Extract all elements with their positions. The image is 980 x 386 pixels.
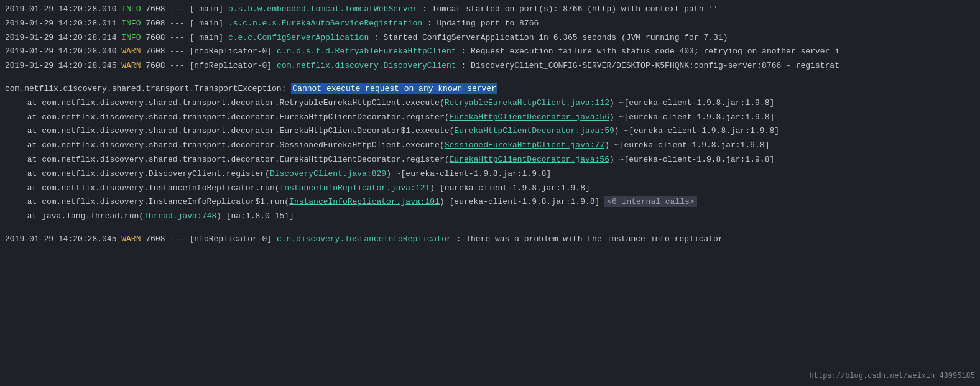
dashes-2: ---	[170, 19, 184, 28]
class-5: com.netflix.discovery.DiscoveryClient	[277, 61, 456, 70]
stack-link-3[interactable]: EurekaHttpClientDecorator.java:59	[454, 126, 614, 136]
stack-line-1: at com.netflix.discovery.shared.transpor…	[0, 96, 980, 111]
thread-3: [ main]	[190, 33, 224, 42]
stack-link-7[interactable]: InstanceInfoReplicator.java:121	[279, 183, 430, 193]
stack-text-3: at com.netflix.discovery.shared.transpor…	[27, 126, 455, 136]
pid-5: 7608	[146, 61, 165, 70]
msg-last: : There was a problem with the instance …	[456, 234, 723, 244]
stack-link-6[interactable]: DiscoveryClient.java:829	[270, 169, 386, 178]
stack-text-7: at com.netflix.discovery.InstanceInfoRep…	[27, 183, 280, 193]
thread-1: [ main]	[190, 4, 224, 14]
stack-text-5: at com.netflix.discovery.shared.transpor…	[27, 155, 450, 164]
class-3: c.e.c.ConfigServerApplication	[228, 33, 369, 42]
stack-link-9[interactable]: Thread.java:748	[144, 211, 216, 221]
stack-link-5[interactable]: EurekaHttpClientDecorator.java:56	[450, 155, 609, 164]
stack-text-1: at com.netflix.discovery.shared.transpor…	[27, 98, 445, 108]
log-line-last: 2019-01-29 14:20:28.045 WARN 7608 --- [n…	[0, 232, 980, 247]
blank-2	[0, 224, 980, 232]
stack-suffix-5: ) ~[eureka-client-1.9.8.jar:1.9.8]	[609, 155, 774, 164]
stack-line-7: at com.netflix.discovery.InstanceInfoRep…	[0, 182, 980, 196]
pid-4: 7608	[146, 47, 165, 56]
msg-3: : Started ConfigServerApplication in 6.3…	[374, 33, 728, 42]
msg-2: : Updating port to 8766	[427, 19, 539, 28]
level-4: WARN	[121, 47, 141, 56]
stack-suffix-4: ) ~[eureka-client-1.9.8.jar:1.9.8]	[604, 140, 769, 150]
dashes-5: ---	[170, 61, 184, 70]
log-line-2: 2019-01-29 14:20:28.011 INFO 7608 --- [ …	[0, 17, 980, 31]
internal-calls-badge: <6 internal calls>	[604, 196, 696, 207]
log-line-5: 2019-01-29 14:20:28.045 WARN 7608 --- [n…	[0, 59, 980, 73]
log-line-1: 2019-01-29 14:20:28.010 INFO 7608 --- [ …	[0, 2, 980, 17]
stack-suffix-3: ) ~[eureka-client-1.9.8.jar:1.9.8]	[614, 126, 779, 136]
pid-1: 7608	[146, 4, 165, 14]
stack-line-2: at com.netflix.discovery.shared.transpor…	[0, 111, 980, 125]
stack-link-8[interactable]: InstanceInfoReplicator.java:101	[289, 197, 440, 206]
stack-suffix-1: ) ~[eureka-client-1.9.8.jar:1.9.8]	[609, 98, 774, 108]
dashes-3: ---	[170, 33, 184, 42]
thread-last: [nfoReplicator-0]	[190, 234, 272, 244]
level-last: WARN	[121, 234, 141, 244]
pid-2: 7608	[146, 19, 165, 28]
level-2: INFO	[121, 19, 141, 28]
stack-line-8: at com.netflix.discovery.InstanceInfoRep…	[0, 195, 980, 209]
ts-3: 2019-01-29 14:20:28.014	[5, 33, 116, 42]
ts-4: 2019-01-29 14:20:28.040	[5, 47, 116, 56]
level-5: WARN	[121, 61, 141, 70]
class-2: .s.c.n.e.s.EurekaAutoServiceRegistration	[228, 19, 422, 28]
exception-highlighted: Cannot execute request on any known serv…	[291, 83, 497, 94]
msg-1: : Tomcat started on port(s): 8766 (http)…	[422, 4, 718, 14]
ts-5: 2019-01-29 14:20:28.045	[5, 61, 116, 70]
stack-line-4: at com.netflix.discovery.shared.transpor…	[0, 139, 980, 153]
ts-1: 2019-01-29 14:20:28.010	[5, 4, 116, 14]
stack-text-9: at java.lang.Thread.run(	[27, 211, 144, 221]
thread-2: [ main]	[190, 19, 224, 28]
class-last: c.n.discovery.InstanceInfoReplicator	[277, 234, 451, 244]
ts-2: 2019-01-29 14:20:28.011	[5, 19, 116, 28]
pid-last: 7608	[146, 234, 165, 244]
stack-text-6: at com.netflix.discovery.DiscoveryClient…	[27, 169, 270, 178]
log-line-3: 2019-01-29 14:20:28.014 INFO 7608 --- [ …	[0, 31, 980, 45]
log-container: 2019-01-29 14:20:28.010 INFO 7608 --- [ …	[0, 0, 980, 249]
blank-1	[0, 73, 980, 82]
stack-link-1[interactable]: RetryableEurekaHttpClient.java:112	[445, 98, 609, 108]
stack-link-4[interactable]: SessionedEurekaHttpClient.java:77	[445, 140, 604, 150]
stack-link-2[interactable]: EurekaHttpClientDecorator.java:56	[450, 113, 609, 122]
stack-suffix-9: ) [na:1.8.0_151]	[216, 211, 294, 221]
exception-prefix: com.netflix.discovery.shared.transport.T…	[5, 84, 291, 93]
ts-last: 2019-01-29 14:20:28.045	[5, 234, 116, 244]
stack-text-4: at com.netflix.discovery.shared.transpor…	[27, 140, 445, 150]
thread-4: [nfoReplicator-0]	[190, 47, 272, 56]
stack-text-8: at com.netflix.discovery.InstanceInfoRep…	[27, 197, 289, 206]
dashes-4: ---	[170, 47, 184, 56]
stack-line-6: at com.netflix.discovery.DiscoveryClient…	[0, 167, 980, 182]
dashes-last: ---	[170, 234, 184, 244]
stack-line-5: at com.netflix.discovery.shared.transpor…	[0, 153, 980, 167]
dashes-1: ---	[170, 4, 184, 14]
thread-5: [nfoReplicator-0]	[190, 61, 272, 70]
stack-suffix-2: ) ~[eureka-client-1.9.8.jar:1.9.8]	[609, 113, 774, 122]
log-line-4: 2019-01-29 14:20:28.040 WARN 7608 --- [n…	[0, 45, 980, 59]
class-4: c.n.d.s.t.d.RetryableEurekaHttpClient	[277, 47, 456, 56]
msg-5: : DiscoveryClient_CONFIG-SERVER/DESKTOP-…	[461, 61, 839, 70]
class-1: o.s.b.w.embedded.tomcat.TomcatWebServer	[228, 4, 417, 14]
level-3: INFO	[121, 33, 141, 42]
stack-suffix-8: ) [eureka-client-1.9.8.jar:1.9.8]	[440, 197, 599, 206]
stack-suffix-7: ) [eureka-client-1.9.8.jar:1.9.8]	[430, 183, 589, 193]
msg-4: : Request execution failure with status …	[461, 47, 839, 56]
level-1: INFO	[121, 4, 141, 14]
stack-text-2: at com.netflix.discovery.shared.transpor…	[27, 113, 450, 122]
pid-3: 7608	[146, 33, 165, 42]
stack-line-9: at java.lang.Thread.run(Thread.java:748)…	[0, 209, 980, 224]
stack-suffix-6: ) ~[eureka-client-1.9.8.jar:1.9.8]	[386, 169, 551, 178]
watermark: https://blog.csdn.net/weixin_43995185	[810, 370, 975, 382]
exception-header: com.netflix.discovery.shared.transport.T…	[0, 82, 980, 96]
stack-line-3: at com.netflix.discovery.shared.transpor…	[0, 124, 980, 139]
